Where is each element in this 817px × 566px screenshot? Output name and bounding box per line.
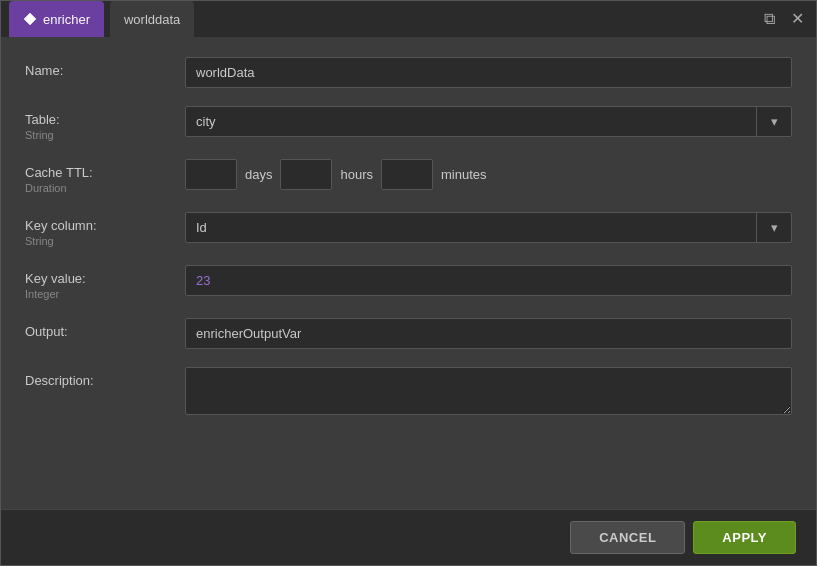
key-value-control	[185, 265, 792, 296]
tab-enricher-label: enricher	[43, 12, 90, 27]
minutes-input[interactable]	[381, 159, 433, 190]
restore-button[interactable]: ⧉	[760, 9, 779, 29]
output-row: Output:	[25, 318, 792, 349]
key-column-label-sub: String	[25, 235, 185, 247]
output-control	[185, 318, 792, 349]
cache-ttl-label-group: Cache TTL: Duration	[25, 159, 185, 194]
minutes-label: minutes	[441, 167, 487, 182]
cache-ttl-row: Cache TTL: Duration days hours minutes	[25, 159, 792, 194]
key-column-label: Key column:	[25, 218, 185, 233]
key-value-label-sub: Integer	[25, 288, 185, 300]
table-label-sub: String	[25, 129, 185, 141]
hours-label: hours	[340, 167, 373, 182]
days-label: days	[245, 167, 272, 182]
key-value-label: Key value:	[25, 271, 185, 286]
description-label: Description:	[25, 373, 185, 388]
table-row: Table: String city ▾	[25, 106, 792, 141]
tab-worlddata[interactable]: worlddata	[110, 1, 194, 37]
cache-ttl-label: Cache TTL:	[25, 165, 185, 180]
days-input[interactable]	[185, 159, 237, 190]
footer: CANCEL APPLY	[1, 509, 816, 565]
duration-row: days hours minutes	[185, 159, 792, 190]
table-select-wrapper: city ▾	[185, 106, 792, 137]
output-input[interactable]	[185, 318, 792, 349]
tab-enricher[interactable]: enricher	[9, 1, 104, 37]
diamond-icon	[23, 12, 37, 26]
tab-worlddata-label: worlddata	[124, 12, 180, 27]
description-label-group: Description:	[25, 367, 185, 388]
description-textarea[interactable]	[185, 367, 792, 415]
table-control: city ▾	[185, 106, 792, 137]
description-control	[185, 367, 792, 418]
apply-button[interactable]: APPLY	[693, 521, 796, 554]
output-label-group: Output:	[25, 318, 185, 339]
key-value-input[interactable]	[185, 265, 792, 296]
description-row: Description:	[25, 367, 792, 418]
key-column-select[interactable]: Id	[185, 212, 792, 243]
cache-ttl-control: days hours minutes	[185, 159, 792, 190]
key-value-row: Key value: Integer	[25, 265, 792, 300]
key-column-control: Id ▾	[185, 212, 792, 243]
table-label-group: Table: String	[25, 106, 185, 141]
name-label: Name:	[25, 63, 185, 78]
output-label: Output:	[25, 324, 185, 339]
name-row: Name:	[25, 57, 792, 88]
name-input[interactable]	[185, 57, 792, 88]
hours-input[interactable]	[280, 159, 332, 190]
name-control	[185, 57, 792, 88]
key-value-label-group: Key value: Integer	[25, 265, 185, 300]
title-bar-controls: ⧉ ✕	[760, 9, 808, 29]
cache-ttl-label-sub: Duration	[25, 182, 185, 194]
key-column-select-wrapper: Id ▾	[185, 212, 792, 243]
svg-marker-0	[24, 13, 36, 25]
table-label: Table:	[25, 112, 185, 127]
key-column-row: Key column: String Id ▾	[25, 212, 792, 247]
table-select[interactable]: city	[185, 106, 792, 137]
close-button[interactable]: ✕	[787, 9, 808, 29]
name-label-group: Name:	[25, 57, 185, 78]
form-content: Name: Table: String city ▾	[1, 37, 816, 509]
cancel-button[interactable]: CANCEL	[570, 521, 685, 554]
title-bar: enricher worlddata ⧉ ✕	[1, 1, 816, 37]
main-window: enricher worlddata ⧉ ✕ Name: Table: Stri…	[0, 0, 817, 566]
key-column-label-group: Key column: String	[25, 212, 185, 247]
